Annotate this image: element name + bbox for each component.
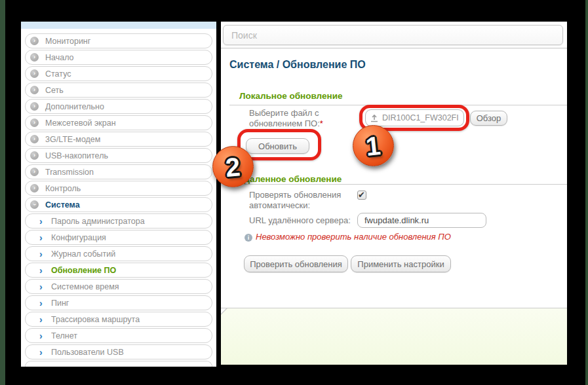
sidebar-item-label: Системное время	[51, 282, 119, 291]
bottom-panel	[221, 308, 567, 365]
sidebar-item-label: 3G/LTE-модем	[45, 135, 100, 144]
sidebar-item-label: USB-накопитель	[45, 151, 108, 160]
chevron-right-icon: ›	[39, 282, 45, 291]
sidebar-item-3g-lte-modem[interactable]: › 3G/LTE-модем	[25, 132, 212, 147]
chevron-right-icon: ›	[30, 69, 39, 78]
chevron-right-icon: ›	[30, 184, 39, 192]
chevron-right-icon: ›	[30, 102, 39, 111]
url-input[interactable]	[357, 213, 486, 228]
required-asterisk: *	[320, 119, 323, 128]
chevron-right-icon: ›	[39, 249, 45, 259]
router-admin-window: › Мониторинг › Начало › Статус › Сеть › …	[0, 0, 588, 385]
sidebar-item-label: Статус	[45, 69, 71, 79]
sidebar-item-usb-users[interactable]: › Пользователи USB	[25, 344, 212, 359]
sidebar-item-system[interactable]: › Система	[25, 197, 212, 212]
sidebar-item-firewall[interactable]: › Межсетевой экран	[25, 115, 212, 130]
sidebar-item-label: Межсетевой экран	[45, 119, 116, 128]
chevron-right-icon: ›	[30, 168, 39, 176]
sidebar: › Мониторинг › Начало › Статус › Сеть › …	[21, 22, 216, 367]
sidebar-item-label: Transmission	[45, 168, 94, 177]
auto-update-checkbox[interactable]	[357, 191, 366, 200]
sidebar-item-telnet[interactable]: › Телнет	[25, 328, 212, 343]
sidebar-item-status[interactable]: › Статус	[25, 66, 212, 81]
sidebar-item-label: Трассировка маршрута	[51, 315, 140, 324]
folded-corner	[221, 308, 226, 314]
sidebar-header-strip	[21, 22, 216, 29]
sidebar-item-label: Система	[45, 200, 80, 210]
sidebar-item-label: Обновление ПО	[51, 266, 116, 275]
apply-settings-button[interactable]: Применить настройки	[351, 255, 451, 272]
chevron-right-icon: ›	[39, 233, 45, 242]
sidebar-item-label: Контроль	[45, 184, 81, 193]
chevron-right-icon: ›	[30, 37, 39, 45]
update-warning: Невозможно проверить наличие обновления …	[256, 232, 451, 242]
sidebar-item-firmware-update[interactable]: › Обновление ПО	[25, 263, 212, 278]
info-icon: i	[245, 234, 252, 242]
chevron-right-icon: ›	[39, 299, 45, 308]
sidebar-item-ping[interactable]: › Пинг	[25, 295, 212, 310]
breadcrumb: Система / Обновление ПО	[229, 59, 366, 71]
url-label: URL удалённого сервера:	[249, 215, 351, 226]
sidebar-item-configuration[interactable]: › Конфигурация	[25, 230, 212, 245]
callout-2-number: 2	[225, 153, 242, 181]
sidebar-item-transmission[interactable]: › Transmission	[25, 164, 212, 179]
sidebar-item-monitoring[interactable]: › Мониторинг	[25, 33, 212, 48]
chevron-right-icon: ›	[30, 53, 39, 62]
check-updates-button[interactable]: Проверить обновления	[244, 255, 348, 272]
sidebar-item-home[interactable]: › Начало	[25, 50, 212, 65]
file-label: Выберите файл с обновлением ПО:*	[249, 108, 323, 129]
section-local-title: Локальное обновление	[239, 91, 343, 101]
callout-2: 2	[212, 146, 254, 187]
chevron-right-icon: ›	[39, 217, 45, 226]
sidebar-item-partial[interactable]	[25, 361, 212, 367]
sidebar-item-label: Пароль администратора	[51, 217, 145, 226]
sidebar-item-label: Дополнительно	[45, 102, 104, 111]
sidebar-item-usb-storage[interactable]: › USB-накопитель	[25, 148, 212, 163]
sidebar-item-label: Конфигурация	[51, 233, 106, 242]
sidebar-item-network[interactable]: › Сеть	[25, 82, 212, 98]
sidebar-item-label: Журнал событий	[51, 249, 115, 259]
callout-1: 1	[353, 125, 394, 166]
divider	[221, 48, 567, 48]
chevron-right-icon: ›	[39, 266, 45, 275]
auto-check-label: Проверять обновления автоматически:	[249, 190, 341, 211]
chevron-right-icon: ›	[30, 86, 39, 94]
right-edge-strip	[585, 0, 588, 385]
chevron-right-icon: ›	[39, 315, 45, 324]
left-edge-strip	[0, 0, 5, 385]
sidebar-item-control[interactable]: › Контроль	[25, 181, 212, 196]
sidebar-item-label: Сеть	[45, 86, 64, 95]
sidebar-item-advanced[interactable]: › Дополнительно	[25, 99, 212, 114]
sidebar-item-label: Телнет	[51, 331, 77, 340]
chevron-right-icon: ›	[30, 151, 39, 160]
sidebar-item-admin-password[interactable]: › Пароль администратора	[25, 213, 212, 229]
divider	[229, 184, 567, 185]
chevron-right-icon: ›	[39, 348, 45, 357]
sidebar-item-traceroute[interactable]: › Трассировка маршрута	[25, 312, 212, 327]
search-input[interactable]	[223, 25, 563, 45]
callout-1-number: 1	[364, 132, 382, 159]
sidebar-item-event-log[interactable]: › Журнал событий	[25, 246, 212, 261]
sidebar-item-label: Начало	[45, 53, 74, 62]
section-remote-title: Удаленное обновление	[239, 174, 342, 184]
sidebar-item-system-time[interactable]: › Системное время	[25, 279, 212, 294]
sidebar-item-label: Пинг	[51, 299, 69, 308]
chevron-right-icon: ›	[30, 119, 39, 127]
sidebar-item-label: Пользователи USB	[51, 348, 124, 357]
main-content: Система / Обновление ПО Локальное обновл…	[221, 22, 567, 308]
chevron-right-icon: ›	[39, 331, 45, 340]
browse-button[interactable]: Обзор	[470, 111, 507, 126]
chevron-down-icon: ›	[30, 200, 39, 209]
chevron-right-icon: ›	[30, 135, 39, 143]
sidebar-menu: › Мониторинг › Начало › Статус › Сеть › …	[25, 33, 212, 367]
sidebar-item-label: Мониторинг	[45, 37, 90, 46]
